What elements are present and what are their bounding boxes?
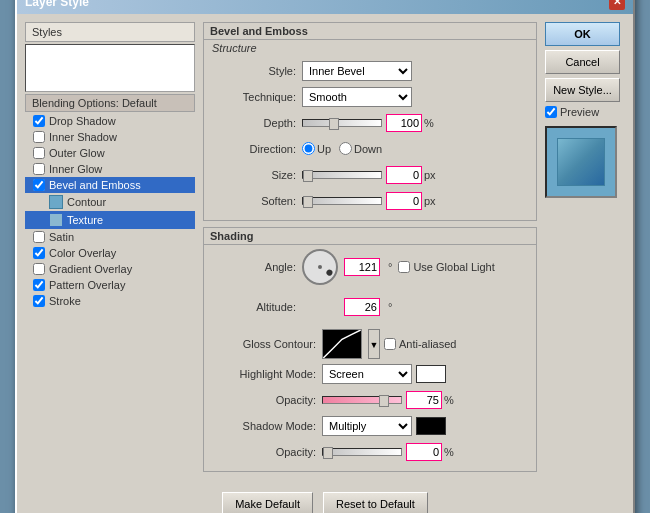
technique-select[interactable]: Smooth Chisel Hard: [302, 87, 412, 107]
depth-thumb[interactable]: [329, 118, 339, 130]
use-global-light-label[interactable]: Use Global Light: [398, 261, 494, 273]
highlight-opacity-thumb[interactable]: [379, 395, 389, 407]
reset-to-default-button[interactable]: Reset to Default: [323, 492, 428, 514]
sidebar-item-inner-glow[interactable]: Inner Glow: [25, 161, 195, 177]
shadow-opacity-label: Opacity:: [212, 446, 322, 458]
sidebar-item-texture[interactable]: Texture: [25, 211, 195, 229]
bevel-emboss-title: Bevel and Emboss: [204, 23, 536, 40]
structure-content: Style: Inner Bevel Outer Bevel Emboss Te…: [204, 56, 536, 220]
texture-icon: [49, 213, 63, 227]
size-row: Size: px: [212, 164, 528, 186]
direction-down-radio[interactable]: [339, 142, 352, 155]
style-select[interactable]: Inner Bevel Outer Bevel Emboss: [302, 61, 412, 81]
use-global-light-checkbox[interactable]: [398, 261, 410, 273]
highlight-opacity-slider[interactable]: [322, 396, 402, 404]
shadow-opacity-input[interactable]: [406, 443, 442, 461]
altitude-input[interactable]: [344, 298, 380, 316]
style-row: Style: Inner Bevel Outer Bevel Emboss: [212, 60, 528, 82]
direction-down-label[interactable]: Down: [339, 142, 382, 155]
inner-glow-label: Inner Glow: [49, 163, 102, 175]
altitude-label: Altitude:: [212, 301, 302, 313]
drop-shadow-checkbox[interactable]: [33, 115, 45, 127]
shading-section: Shading Angle: °: [203, 227, 537, 472]
sidebar-item-outer-glow[interactable]: Outer Glow: [25, 145, 195, 161]
anti-aliased-label[interactable]: Anti-aliased: [384, 338, 456, 350]
angle-wheel[interactable]: [302, 249, 338, 285]
sidebar-item-gradient-overlay[interactable]: Gradient Overlay: [25, 261, 195, 277]
left-panel: Styles Blending Options: Default Drop Sh…: [25, 22, 195, 478]
sidebar-item-bevel-emboss[interactable]: Bevel and Emboss: [25, 177, 195, 193]
size-input[interactable]: [386, 166, 422, 184]
contour-dropdown-arrow[interactable]: ▼: [368, 329, 380, 359]
inner-shadow-checkbox[interactable]: [33, 131, 45, 143]
depth-input[interactable]: [386, 114, 422, 132]
title-bar: Layer Style ✕: [17, 0, 633, 14]
preview-inner: [557, 138, 605, 186]
bevel-emboss-label: Bevel and Emboss: [49, 179, 141, 191]
shadow-opacity-row: Opacity: %: [212, 441, 528, 463]
direction-up-label[interactable]: Up: [302, 142, 331, 155]
shading-content: Angle: ° Use Global Light: [204, 245, 536, 471]
styles-list[interactable]: [25, 44, 195, 92]
sidebar-item-pattern-overlay[interactable]: Pattern Overlay: [25, 277, 195, 293]
close-button[interactable]: ✕: [609, 0, 625, 10]
soften-thumb[interactable]: [303, 196, 313, 208]
soften-input[interactable]: [386, 192, 422, 210]
highlight-color-swatch[interactable]: [416, 365, 446, 383]
soften-row: Soften: px: [212, 190, 528, 212]
anti-aliased-checkbox[interactable]: [384, 338, 396, 350]
sidebar-item-stroke[interactable]: Stroke: [25, 293, 195, 309]
bevel-emboss-checkbox[interactable]: [33, 179, 45, 191]
styles-header: Styles: [25, 22, 195, 42]
texture-label: Texture: [67, 214, 103, 226]
gloss-contour-label: Gloss Contour:: [212, 338, 322, 350]
size-thumb[interactable]: [303, 170, 313, 182]
shadow-mode-row: Shadow Mode: Multiply Normal Screen: [212, 415, 528, 437]
direction-up-radio[interactable]: [302, 142, 315, 155]
contour-icon: [49, 195, 63, 209]
preview-checkbox[interactable]: [545, 106, 557, 118]
sidebar-item-color-overlay[interactable]: Color Overlay: [25, 245, 195, 261]
cancel-button[interactable]: Cancel: [545, 50, 620, 74]
depth-row: Depth: %: [212, 112, 528, 134]
angle-input[interactable]: [344, 258, 380, 276]
sidebar-item-satin[interactable]: Satin: [25, 229, 195, 245]
pattern-overlay-label: Pattern Overlay: [49, 279, 125, 291]
new-style-button[interactable]: New Style...: [545, 78, 620, 102]
highlight-opacity-input[interactable]: [406, 391, 442, 409]
shadow-opacity-unit: %: [444, 446, 454, 458]
depth-unit: %: [424, 117, 434, 129]
satin-checkbox[interactable]: [33, 231, 45, 243]
satin-label: Satin: [49, 231, 74, 243]
shadow-opacity-slider[interactable]: [322, 448, 402, 456]
sidebar-item-contour[interactable]: Contour: [25, 193, 195, 211]
highlight-mode-select[interactable]: Screen Normal Multiply: [322, 364, 412, 384]
shadow-opacity-thumb[interactable]: [323, 447, 333, 459]
drop-shadow-label: Drop Shadow: [49, 115, 116, 127]
highlight-mode-row: Highlight Mode: Screen Normal Multiply: [212, 363, 528, 385]
depth-slider[interactable]: [302, 119, 382, 127]
soften-slider[interactable]: [302, 197, 382, 205]
sidebar-item-drop-shadow[interactable]: Drop Shadow: [25, 113, 195, 129]
blending-options-label[interactable]: Blending Options: Default: [25, 94, 195, 112]
inner-glow-checkbox[interactable]: [33, 163, 45, 175]
gloss-contour-row: Gloss Contour: ▼ Anti-a: [212, 329, 528, 359]
right-panel: OK Cancel New Style... Preview: [545, 22, 625, 478]
make-default-button[interactable]: Make Default: [222, 492, 313, 514]
gradient-overlay-checkbox[interactable]: [33, 263, 45, 275]
pattern-overlay-checkbox[interactable]: [33, 279, 45, 291]
ok-button[interactable]: OK: [545, 22, 620, 46]
size-slider[interactable]: [302, 171, 382, 179]
shadow-color-swatch[interactable]: [416, 417, 446, 435]
outer-glow-checkbox[interactable]: [33, 147, 45, 159]
color-overlay-checkbox[interactable]: [33, 247, 45, 259]
shadow-mode-select[interactable]: Multiply Normal Screen: [322, 416, 412, 436]
altitude-container: °: [302, 289, 392, 325]
structure-subtitle: Structure: [204, 40, 536, 56]
gloss-contour-preview[interactable]: [322, 329, 362, 359]
stroke-checkbox[interactable]: [33, 295, 45, 307]
shading-title: Shading: [204, 228, 536, 245]
preview-label: Preview: [560, 106, 599, 118]
sidebar-item-inner-shadow[interactable]: Inner Shadow: [25, 129, 195, 145]
angle-unit: °: [388, 261, 392, 273]
